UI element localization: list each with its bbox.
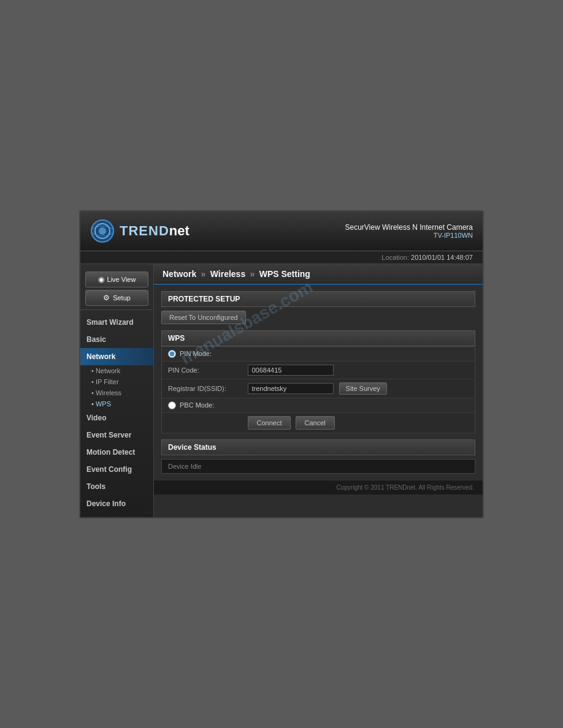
svg-point-2 xyxy=(99,227,106,235)
wps-section-title: WPS xyxy=(161,330,475,346)
footer-text: Copyright © 2011 TRENDnet. All Rights Re… xyxy=(336,484,474,491)
wps-pbc-mode-cell: PBC Mode: xyxy=(162,398,242,412)
location-value: 2010/01/01 14:48:07 xyxy=(411,254,473,261)
footer: Copyright © 2011 TRENDnet. All Rights Re… xyxy=(154,480,483,495)
breadcrumb-sep2: » xyxy=(250,269,255,279)
gear-icon: ⚙ xyxy=(103,294,110,302)
pbc-mode-radio[interactable] xyxy=(168,401,176,409)
wps-pbc-mode-row: PBC Mode: xyxy=(162,398,475,412)
sidebar-sub-ip-filter[interactable]: • IP Filter xyxy=(80,376,153,387)
sidebar-item-smart-wizard[interactable]: Smart Wizard xyxy=(80,314,153,331)
sidebar: ◉ Live View ⚙ Setup Smart Wizard Basic N… xyxy=(80,264,154,517)
sidebar-item-motion-detect[interactable]: Motion Detect xyxy=(80,444,153,461)
reset-button[interactable]: Reset To Unconfigured xyxy=(161,311,246,324)
pin-code-input[interactable] xyxy=(248,365,334,376)
sidebar-sub-wireless[interactable]: • Wireless xyxy=(80,387,153,398)
wps-buttons-row: Connect Cancel xyxy=(162,412,475,433)
sidebar-item-basic[interactable]: Basic xyxy=(80,331,153,348)
sidebar-sub-network[interactable]: • Network xyxy=(80,365,153,376)
device-status-section: Device Status Device Idle xyxy=(161,439,475,474)
setup-button[interactable]: ⚙ Setup xyxy=(85,290,148,306)
breadcrumb: Network » Wireless » WPS Setting xyxy=(154,264,483,285)
content-body: PROTECTED SETUP Reset To Unconfigured WP… xyxy=(154,285,483,480)
product-name: SecurView Wireless N Internet Camera xyxy=(345,223,473,232)
header: TRENDnet SecurView Wireless N Internet C… xyxy=(80,211,483,251)
sidebar-item-event-config[interactable]: Event Config xyxy=(80,461,153,478)
protected-setup-title: PROTECTED SETUP xyxy=(161,291,475,307)
location-bar: Location: 2010/01/01 14:48:07 xyxy=(80,251,483,264)
breadcrumb-part1: Network xyxy=(163,269,196,279)
sidebar-divider xyxy=(80,309,153,310)
pin-mode-radio[interactable] xyxy=(168,350,176,358)
breadcrumb-sep1: » xyxy=(201,269,206,279)
cancel-button[interactable]: Cancel xyxy=(296,416,335,430)
breadcrumb-part2: Wireless xyxy=(210,269,245,279)
wps-pin-code-row: PIN Code: xyxy=(162,361,475,379)
sidebar-item-tools[interactable]: Tools xyxy=(80,478,153,495)
pin-code-label: PIN Code: xyxy=(162,361,242,379)
device-status-value: Device Idle xyxy=(161,459,475,474)
sidebar-item-video[interactable]: Video xyxy=(80,409,153,427)
pin-mode-label[interactable]: PIN Mode: xyxy=(168,350,236,358)
logo-area: TRENDnet xyxy=(90,219,190,243)
main-layout: ◉ Live View ⚙ Setup Smart Wizard Basic N… xyxy=(80,264,483,517)
header-right: SecurView Wireless N Internet Camera TV-… xyxy=(345,223,473,239)
sidebar-item-device-info[interactable]: Device Info xyxy=(80,495,153,512)
logo-text: TRENDnet xyxy=(120,223,190,239)
site-survey-button[interactable]: Site Survey xyxy=(339,382,387,395)
registrar-label: Registrar ID(SSID): xyxy=(162,379,242,398)
product-model: TV-IP110WN xyxy=(345,232,473,239)
trendnet-logo-icon xyxy=(90,219,115,243)
connect-button[interactable]: Connect xyxy=(248,416,291,430)
wps-registrar-row: Registrar ID(SSID): Site Survey xyxy=(162,379,475,398)
sidebar-item-event-server[interactable]: Event Server xyxy=(80,427,153,444)
wps-pin-mode-row: PIN Mode: xyxy=(162,346,475,361)
device-status-title: Device Status xyxy=(161,439,475,455)
liveview-button[interactable]: ◉ Live View xyxy=(85,271,148,287)
location-label: Location: xyxy=(381,254,409,261)
sidebar-item-network[interactable]: Network xyxy=(80,348,153,365)
pbc-mode-label[interactable]: PBC Mode: xyxy=(168,401,236,409)
content-area: manualsbase.com Network » Wireless » WPS… xyxy=(154,264,483,517)
registrar-input[interactable] xyxy=(248,383,334,394)
wps-table: PIN Mode: PIN Code: Registrar ID(SSID): xyxy=(161,346,475,433)
breadcrumb-part3: WPS Setting xyxy=(259,269,310,279)
wps-pin-mode-cell: PIN Mode: xyxy=(162,346,242,361)
sidebar-sub-wps[interactable]: • WPS xyxy=(80,398,153,409)
camera-icon: ◉ xyxy=(98,275,104,284)
